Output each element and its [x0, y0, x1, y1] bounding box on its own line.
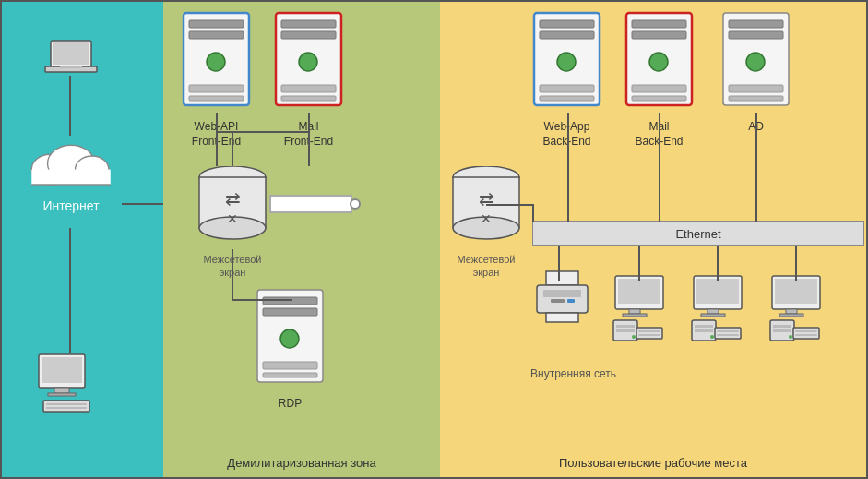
svg-rect-73	[616, 325, 635, 328]
ethernet-bar: Ethernet	[532, 221, 864, 246]
svg-rect-58	[729, 31, 783, 39]
svg-rect-70	[629, 309, 640, 314]
svg-rect-45	[540, 20, 594, 28]
zone-internal: ⇄ ✕ Межсетевойэкран Ethernet Web-AppBack…	[440, 2, 866, 477]
svg-rect-98	[793, 328, 819, 339]
svg-rect-62	[546, 271, 578, 285]
line-ad-eth	[755, 113, 757, 222]
line-to-firewall	[122, 203, 163, 205]
svg-rect-54	[632, 85, 686, 92]
svg-rect-80	[696, 279, 739, 304]
printer	[532, 269, 592, 329]
line-fw-eth	[486, 204, 534, 206]
svg-rect-95	[773, 325, 791, 328]
line-firewall-rdp	[232, 249, 233, 300]
svg-rect-14	[46, 403, 87, 405]
svg-point-86	[710, 335, 714, 339]
svg-rect-91	[775, 279, 817, 304]
svg-rect-10	[42, 357, 82, 383]
firewall-right-label: Межсетевойэкран	[449, 253, 523, 280]
svg-text:✕: ✕	[481, 211, 492, 226]
server-rdp: RDP	[256, 288, 325, 412]
line-vert-center	[232, 131, 233, 166]
svg-rect-17	[189, 20, 244, 28]
zone-internet: Интернет	[2, 2, 163, 477]
svg-rect-12	[48, 393, 76, 396]
cable-connector	[350, 198, 361, 210]
svg-rect-67	[546, 313, 578, 322]
svg-rect-21	[189, 96, 244, 101]
svg-point-75	[632, 335, 636, 339]
svg-rect-13	[43, 401, 89, 412]
svg-rect-78	[638, 334, 660, 336]
svg-rect-49	[540, 96, 594, 101]
zone-dmz-label: Демилитаризованная зона	[163, 456, 440, 470]
svg-rect-85	[695, 329, 713, 332]
line-webapp-eth	[567, 113, 569, 222]
network-diagram: Интернет	[0, 0, 868, 479]
line-eth-ws3	[795, 246, 797, 281]
workstation-3	[767, 274, 825, 347]
svg-rect-99	[795, 330, 817, 332]
svg-rect-84	[695, 325, 713, 328]
svg-rect-71	[623, 314, 647, 317]
svg-rect-100	[795, 334, 817, 336]
svg-rect-88	[717, 330, 739, 332]
svg-rect-57	[729, 20, 783, 28]
svg-rect-82	[701, 314, 725, 317]
line-laptop-cloud	[69, 76, 71, 136]
svg-text:✕: ✕	[227, 211, 238, 226]
svg-rect-35	[263, 308, 317, 316]
svg-rect-51	[632, 20, 686, 28]
svg-point-19	[207, 53, 225, 71]
line-eth-ws1	[638, 246, 640, 281]
svg-rect-64	[543, 290, 581, 297]
line-eth-ws2	[717, 246, 719, 281]
svg-point-59	[746, 53, 765, 71]
svg-rect-11	[54, 388, 69, 393]
svg-rect-48	[540, 85, 594, 92]
line-mail-eth	[659, 113, 660, 222]
svg-rect-46	[540, 31, 594, 39]
svg-rect-89	[717, 334, 739, 336]
svg-rect-20	[189, 85, 244, 92]
svg-rect-92	[786, 309, 797, 314]
ethernet-label: Ethernet	[675, 227, 720, 241]
svg-rect-76	[636, 328, 662, 339]
svg-point-53	[649, 53, 668, 71]
desktop-pc	[34, 353, 99, 421]
zone-dmz: Web-APIFront-End MailFront-End ⇄	[163, 2, 440, 477]
workstation-1	[611, 274, 668, 347]
svg-point-47	[557, 53, 576, 71]
svg-rect-93	[779, 314, 803, 317]
svg-rect-65	[551, 299, 565, 303]
svg-rect-69	[618, 279, 660, 304]
svg-rect-38	[263, 373, 317, 377]
svg-rect-52	[632, 31, 686, 39]
svg-rect-66	[567, 299, 575, 303]
line-mail-firewall	[308, 113, 310, 166]
svg-point-25	[299, 53, 317, 71]
svg-rect-26	[281, 85, 336, 92]
svg-rect-77	[638, 330, 660, 332]
workstation-2	[689, 274, 746, 347]
svg-rect-23	[281, 20, 336, 28]
svg-rect-1	[53, 42, 89, 65]
svg-rect-27	[281, 96, 336, 101]
svg-rect-55	[632, 96, 686, 101]
svg-rect-96	[773, 329, 791, 332]
line-horiz-servers	[216, 131, 310, 133]
svg-rect-81	[707, 309, 719, 314]
svg-rect-87	[715, 328, 741, 339]
internet-cloud: Интернет	[20, 131, 122, 213]
internet-label: Интернет	[20, 198, 122, 213]
svg-rect-61	[729, 96, 783, 101]
svg-rect-24	[281, 31, 336, 39]
svg-rect-15	[46, 407, 87, 409]
svg-rect-7	[31, 170, 110, 185]
line-to-rdp	[232, 299, 292, 301]
line-cloud-desktop	[69, 228, 71, 353]
svg-rect-37	[263, 362, 317, 369]
zone-internal-label: Пользовательские рабочие места	[440, 456, 866, 470]
server-rdp-label: RDP	[256, 397, 325, 412]
